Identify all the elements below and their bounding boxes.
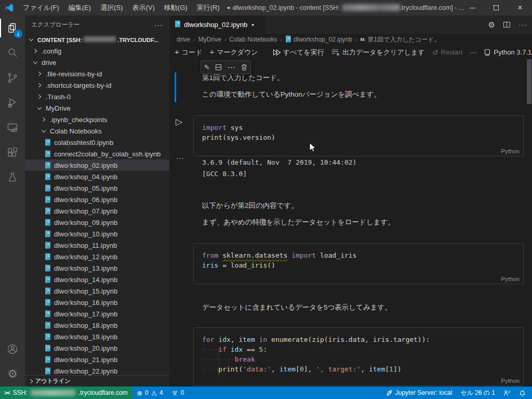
tree-item[interactable]: colabsshtest0.ipynb xyxy=(25,137,169,148)
search-icon[interactable] xyxy=(0,41,25,65)
tree-item[interactable]: dlworkshop_16.ipynb xyxy=(25,297,169,308)
breadcrumb-item[interactable]: dlworkshop_02.ipynb xyxy=(285,35,352,44)
toolbar-more-icon[interactable]: ··· xyxy=(470,48,476,56)
indent-guide xyxy=(69,137,69,377)
remote-indicator[interactable]: >< SSH: .trycloudflare.com xyxy=(0,387,133,399)
clear-outputs-button[interactable]: 出力データをクリアします xyxy=(331,48,425,57)
split-editor-icon[interactable] xyxy=(503,22,510,28)
tree-item[interactable]: drive xyxy=(25,57,169,68)
breadcrumb-separator: › xyxy=(355,36,357,43)
tree-item[interactable]: dlworkshop_06.ipynb xyxy=(25,194,169,205)
source-control-icon[interactable] xyxy=(0,65,25,90)
notebook-icon xyxy=(44,139,52,146)
jupyter-server-indicator[interactable]: Jupyter Server: local xyxy=(382,387,456,399)
breadcrumb-item[interactable]: drive xyxy=(177,36,190,43)
minimize-button[interactable] xyxy=(460,0,484,16)
run-all-button[interactable]: すべてを実行 xyxy=(273,48,324,57)
tree-item[interactable]: dlworkshop_20.ipynb xyxy=(25,342,169,354)
code-cell[interactable]: from sklearn.datasets import load_irisir… xyxy=(193,243,524,284)
maximize-button[interactable] xyxy=(484,0,508,16)
close-button[interactable]: × xyxy=(508,0,532,16)
delete-cell-icon[interactable] xyxy=(241,64,247,71)
rocket-icon xyxy=(386,390,393,396)
vscode-window: ファイル(F)編集(E)選択(S)表示(V)移動(G)実行(R)··· ● dl… xyxy=(0,0,532,399)
notifications-bell-icon[interactable] xyxy=(515,387,532,399)
code-cell[interactable]: import sysprint(sys.version)Python xyxy=(193,115,524,156)
tree-item[interactable]: dlworkshop_21.ipynb xyxy=(25,354,169,365)
ports-indicator[interactable]: 0 xyxy=(167,387,189,399)
tree-item[interactable]: dlworkshop_02.ipynb xyxy=(25,159,169,171)
tab-dlworkshop-02[interactable]: dlworkshop_02.ipynb ● xyxy=(169,16,265,34)
tree-item[interactable]: dlworkshop_12.ipynb xyxy=(25,251,169,262)
breadcrumb-item[interactable]: Colab Notebooks xyxy=(229,36,277,43)
tree-item[interactable]: .ipynb_checkpoints xyxy=(25,114,169,125)
tree-item[interactable]: MyDrive xyxy=(25,102,169,114)
menu-item[interactable]: ファイル(F) xyxy=(18,0,64,16)
chevron-right-icon xyxy=(35,72,44,75)
markdown-cell[interactable]: 第1回で入力したコード。この環境で動作しているPythonバージョンを調べます。 xyxy=(202,73,381,106)
split-cell-icon[interactable] xyxy=(216,64,221,70)
tree-item[interactable]: .file-revisions-by-id xyxy=(25,68,169,79)
breadcrumb-item[interactable]: MyDrive xyxy=(198,36,221,43)
tree-item[interactable]: dlworkshop_09.ipynb xyxy=(25,217,169,228)
markdown-cell[interactable]: 以下からが第2回の内容です。まず、あやめの特徴を示したデータセットをロードします… xyxy=(202,201,395,234)
more-actions-icon[interactable]: ··· xyxy=(518,21,527,29)
gear-icon[interactable]: ⚙ xyxy=(488,20,495,30)
kernel-picker[interactable]: Python 3.7.11 64-bit xyxy=(484,48,532,56)
menu-item[interactable]: 移動(G) xyxy=(159,0,192,16)
explorer-icon[interactable]: 1 xyxy=(0,16,25,41)
code-cell[interactable]: for idx, item in enumerate(zip(iris.data… xyxy=(193,327,524,386)
tree-item[interactable]: dlworkshop_05.ipynb xyxy=(25,182,169,194)
run-cell-button[interactable]: ▷ xyxy=(176,116,182,127)
code-editor[interactable]: from sklearn.datasets import load_irisir… xyxy=(194,244,523,270)
settings-gear-icon[interactable]: ⚙ xyxy=(0,362,25,387)
tree-item[interactable]: dlworkshop_15.ipynb xyxy=(25,285,169,297)
tree-item[interactable]: .config xyxy=(25,45,169,57)
markdown-text: 第1回で入力したコード。 xyxy=(202,73,381,83)
tree-item[interactable]: .Trash-0 xyxy=(25,91,169,102)
cell-indicator[interactable]: セル 26 の 1 xyxy=(456,387,499,399)
remote-explorer-icon[interactable] xyxy=(0,115,25,140)
sidebar-more-icon[interactable]: ··· xyxy=(154,21,163,29)
notebook-scrollbar[interactable] xyxy=(527,59,531,104)
menu-item[interactable]: 表示(V) xyxy=(128,0,159,16)
menu-item[interactable]: 実行(R) xyxy=(192,0,224,16)
run-and-debug-icon[interactable] xyxy=(0,90,25,115)
tree-item[interactable]: dlworkshop_13.ipynb xyxy=(25,262,169,274)
restart-button[interactable]: ↺ Restart xyxy=(432,48,463,57)
tree-item[interactable]: connect2colab_by_colab_ssh.ipynb xyxy=(25,148,169,159)
markdown-cell[interactable]: データセットに含まれているデータを5つ表示してみます。 xyxy=(202,302,392,319)
feedback-icon[interactable] xyxy=(499,387,515,399)
add-markdown-button[interactable]: + マークダウン xyxy=(209,48,258,57)
tree-item[interactable]: dlworkshop_14.ipynb xyxy=(25,274,169,285)
testing-icon[interactable] xyxy=(0,165,25,190)
tree-item[interactable]: dlworkshop_10.ipynb xyxy=(25,228,169,240)
output-menu-icon[interactable]: ⋯ xyxy=(176,154,184,163)
account-icon[interactable] xyxy=(0,337,25,362)
tree-item[interactable]: Colab Notebooks xyxy=(25,125,169,137)
tree-item[interactable]: .shortcut-targets-by-id xyxy=(25,79,169,91)
window-controls: × xyxy=(460,0,532,16)
tree-item[interactable]: dlworkshop_04.ipynb xyxy=(25,171,169,182)
extensions-icon[interactable] xyxy=(0,140,25,165)
cell-more-icon[interactable]: ⋯ xyxy=(227,62,235,72)
tab-label: dlworkshop_02.ipynb xyxy=(184,21,247,29)
notebook-icon xyxy=(44,310,52,317)
add-code-button[interactable]: + コード xyxy=(175,48,202,57)
tree-item[interactable]: dlworkshop_19.ipynb xyxy=(25,331,169,342)
code-editor[interactable]: import sysprint(sys.version) xyxy=(194,116,523,142)
markdown-text: 以下からが第2回の内容です。 xyxy=(202,201,395,211)
outline-section[interactable]: アウトライン xyxy=(25,375,169,387)
tree-item[interactable]: dlworkshop_18.ipynb xyxy=(25,320,169,331)
tree-root-content[interactable]: CONTENT [SSH:.TRYCLOUDF... xyxy=(25,34,169,45)
tree-item[interactable]: dlworkshop_11.ipynb xyxy=(25,240,169,251)
modified-dot-icon: ● xyxy=(227,0,230,16)
menu-item[interactable]: 選択(S) xyxy=(96,0,127,16)
breadcrumb-item[interactable]: M↓第1回で入力したコード。 xyxy=(361,35,441,44)
tree-item[interactable]: dlworkshop_17.ipynb xyxy=(25,308,169,320)
problems-indicator[interactable]: ⊗ 0 ⚠ 4 xyxy=(133,387,167,399)
tree-item[interactable]: dlworkshop_07.ipynb xyxy=(25,205,169,217)
edit-cell-icon[interactable]: ✎ xyxy=(204,63,210,71)
code-editor[interactable]: for idx, item in enumerate(zip(iris.data… xyxy=(194,328,523,374)
menu-item[interactable]: 編集(E) xyxy=(64,0,96,16)
